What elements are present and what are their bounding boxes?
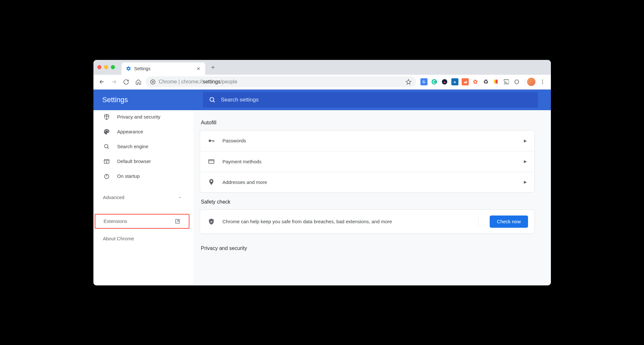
- autofill-section-title: Autofill: [201, 120, 535, 126]
- settings-gear-icon: [126, 66, 131, 71]
- svg-rect-16: [214, 140, 214, 142]
- menu-button[interactable]: [537, 77, 548, 87]
- forward-button[interactable]: [109, 77, 119, 87]
- search-icon: [209, 96, 216, 103]
- svg-point-4: [515, 80, 519, 84]
- search-settings-input[interactable]: Search settings: [203, 92, 538, 108]
- settings-header-title: Settings: [93, 96, 203, 104]
- bookmark-star-icon[interactable]: [406, 79, 411, 85]
- window-controls: [97, 65, 115, 69]
- sidebar-item-default-browser[interactable]: Default browser: [93, 154, 190, 169]
- svg-point-13: [208, 139, 211, 142]
- shield-check-icon: [208, 218, 215, 225]
- sidebar-about-label: About Chrome: [103, 236, 134, 241]
- row-label: Payment methods: [223, 159, 516, 164]
- back-button[interactable]: [97, 77, 107, 87]
- browser-tab[interactable]: Settings: [121, 62, 205, 75]
- row-label: Passwords: [223, 138, 516, 143]
- sidebar-item-appearance[interactable]: Appearance: [93, 124, 190, 139]
- pin-icon: [208, 178, 215, 186]
- search-placeholder: Search settings: [221, 97, 259, 103]
- svg-point-8: [210, 97, 214, 101]
- svg-point-1: [152, 81, 154, 83]
- chevron-right-icon: ▶: [524, 139, 527, 143]
- autofill-addresses-row[interactable]: Addresses and more ▶: [200, 172, 534, 192]
- autofill-payment-row[interactable]: Payment methods ▶: [200, 151, 534, 172]
- sidebar-item-label: On startup: [117, 173, 140, 179]
- sidebar-extensions[interactable]: Extensions: [95, 214, 189, 229]
- autofill-card: Passwords ▶ Payment methods ▶ Addresses …: [200, 130, 535, 193]
- amazon-icon[interactable]: a: [451, 78, 458, 85]
- tab-close-icon[interactable]: [196, 66, 201, 71]
- svg-point-6: [542, 81, 543, 82]
- bookmark-flag-icon[interactable]: [493, 78, 500, 85]
- sidebar-item-privacy[interactable]: Privacy and security: [93, 110, 190, 124]
- chevron-right-icon: ▶: [524, 159, 527, 164]
- power-icon: [103, 173, 110, 179]
- safety-section-title: Safety check: [201, 199, 535, 205]
- profile-avatar[interactable]: [527, 78, 535, 86]
- analytics-icon[interactable]: [462, 78, 469, 85]
- svg-point-5: [542, 80, 543, 81]
- sidebar-item-label: Privacy and security: [117, 114, 160, 120]
- key-icon: [208, 137, 215, 144]
- sidebar-advanced-label: Advanced: [103, 195, 125, 200]
- translate-icon[interactable]: G: [420, 78, 428, 85]
- sidebar-item-label: Default browser: [117, 158, 151, 164]
- sidebar-item-label: Search engine: [117, 144, 149, 149]
- browser-icon: [103, 158, 110, 165]
- reload-button[interactable]: [121, 77, 131, 87]
- similarweb-icon[interactable]: [441, 78, 448, 85]
- sidebar-item-search-engine[interactable]: Search engine: [93, 139, 190, 154]
- url-text: Chrome | chrome://settings/people: [159, 79, 402, 85]
- svg-point-7: [542, 83, 543, 84]
- safety-check-text: Chrome can help keep you safe from data …: [223, 219, 471, 224]
- row-label: Addresses and more: [223, 179, 516, 185]
- privacy-section-title: Privacy and security: [201, 245, 535, 251]
- sidebar-about[interactable]: About Chrome: [93, 231, 191, 246]
- cast-icon[interactable]: [503, 78, 510, 85]
- shield-icon: [103, 114, 110, 120]
- settings-body: Safety check Privacy and security Appear…: [93, 110, 551, 285]
- tab-title: Settings: [134, 66, 193, 71]
- maximize-window-button[interactable]: [111, 65, 115, 69]
- toolbar: Chrome | chrome://settings/people G a ✿ …: [93, 75, 551, 90]
- svg-rect-17: [208, 160, 214, 164]
- loom-icon[interactable]: ✿: [472, 78, 479, 85]
- sidebar-advanced[interactable]: Advanced: [93, 190, 191, 205]
- chevron-down-icon: [178, 196, 182, 199]
- circle-icon[interactable]: [513, 78, 520, 85]
- divider: [478, 216, 479, 228]
- home-button[interactable]: [133, 77, 144, 87]
- extension-icons: G a ✿ ♻: [418, 78, 523, 85]
- palette-icon: [103, 129, 110, 135]
- site-info-icon[interactable]: [150, 79, 156, 85]
- search-icon: [103, 143, 110, 150]
- settings-sidebar: Safety check Privacy and security Appear…: [93, 110, 193, 285]
- new-tab-button[interactable]: [205, 65, 221, 70]
- address-bar[interactable]: Chrome | chrome://settings/people: [146, 76, 416, 87]
- sidebar-extensions-label: Extensions: [104, 218, 127, 224]
- sidebar-item-label: Appearance: [117, 129, 143, 134]
- toolbar-divider: [525, 79, 525, 85]
- tab-strip: Settings: [93, 60, 551, 75]
- open-external-icon: [175, 218, 180, 224]
- sidebar-item-on-startup[interactable]: On startup: [93, 169, 190, 184]
- card-icon: [208, 158, 215, 165]
- settings-content: Autofill Passwords ▶ Payment methods ▶ A…: [193, 110, 551, 285]
- safety-check-card: Chrome can help keep you safe from data …: [200, 209, 535, 234]
- browser-window: Settings Chrome | chrome://setting: [93, 60, 551, 285]
- svg-point-9: [104, 144, 108, 148]
- minimize-window-button[interactable]: [104, 65, 108, 69]
- svg-rect-15: [213, 140, 213, 142]
- close-window-button[interactable]: [97, 65, 101, 69]
- recycle-icon[interactable]: ♻: [482, 78, 489, 85]
- chevron-right-icon: ▶: [524, 180, 527, 184]
- grammarly-icon[interactable]: [431, 78, 438, 85]
- search-settings-wrap: Search settings: [203, 92, 551, 108]
- settings-header: Settings Search settings: [93, 90, 551, 110]
- svg-point-2: [431, 79, 437, 85]
- svg-rect-14: [211, 140, 214, 141]
- autofill-passwords-row[interactable]: Passwords ▶: [200, 130, 534, 151]
- check-now-button[interactable]: Check now: [490, 216, 528, 228]
